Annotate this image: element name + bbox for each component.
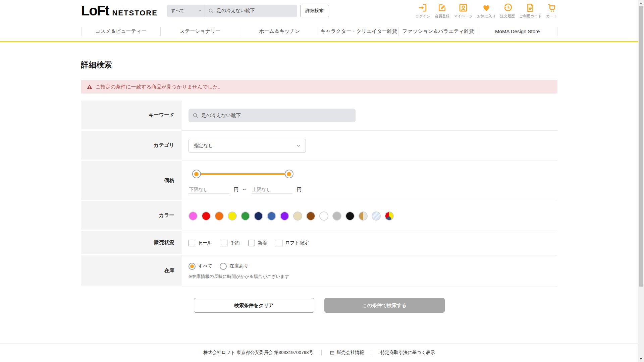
nav-item-cosme-beauty[interactable]: コスメ＆ビューティー (82, 28, 161, 35)
color-swatch-black[interactable] (345, 212, 355, 221)
slider-track (193, 173, 293, 175)
checkbox-reservation-label: 予約 (230, 240, 239, 246)
color-swatch-yellow[interactable] (228, 212, 237, 221)
logo-loft-text: LoFt (81, 4, 109, 18)
radio-all[interactable]: すべて (189, 263, 213, 270)
search-with-conditions-button[interactable]: この条件で検索する (324, 298, 445, 313)
color-swatch-brown[interactable] (306, 212, 315, 221)
nav-item-moma-design-store[interactable]: MoMA Design Store (478, 28, 557, 34)
radio-circle (220, 263, 227, 270)
scrollbar[interactable] (638, 0, 644, 362)
footer-divider (372, 350, 372, 355)
seller-info-link[interactable]: 販売会社情報 (330, 350, 364, 356)
radio-in-stock-label: 在庫あり (229, 263, 249, 269)
header-search-bar: すべて (167, 5, 297, 17)
nav-item-character-goods[interactable]: キャラクター・クリエイター雑貨 (319, 28, 398, 35)
cart-link[interactable]: カート (546, 3, 557, 19)
search-category-value: すべて (171, 8, 184, 14)
category-select[interactable]: 指定なし (189, 139, 306, 153)
form-actions: 検索条件をクリア この条件で検索する (81, 298, 557, 313)
main-navigation: コスメ＆ビューティー ステーショナリー ホーム＆キッチン キャラクター・クリエイ… (81, 21, 557, 41)
loft-netstore-logo[interactable]: LoFt NETSTORE (81, 4, 158, 18)
no-results-alert: ご指定の条件に一致する商品が見つかりませんでした。 (81, 80, 557, 94)
register-icon (437, 3, 447, 13)
search-icon (193, 113, 199, 119)
category-label: カテゴリ (81, 131, 182, 160)
header-search-input[interactable] (214, 8, 297, 13)
commerce-law-link[interactable]: 特定商取引法に基づく表示 (380, 350, 435, 356)
price-min-input[interactable] (189, 186, 229, 193)
register-label: 会員登録 (435, 14, 449, 19)
login-label: ログイン (415, 14, 430, 19)
color-label: カラー (81, 201, 182, 230)
color-swatch-clear[interactable] (372, 212, 381, 221)
category-selected-value: 指定なし (194, 143, 213, 149)
checkbox-sale[interactable]: セール (189, 240, 212, 246)
color-swatch-white[interactable] (319, 212, 328, 221)
stock-row: 在庫 すべて 在庫あり ※在庫情報の反映に時間がかかる場合がございます (81, 255, 557, 287)
detail-search-button[interactable]: 詳細検索 (300, 5, 329, 17)
radio-all-label: すべて (198, 263, 213, 269)
price-label: 価格 (81, 161, 182, 200)
clear-conditions-button[interactable]: 検索条件をクリア (194, 298, 314, 313)
cart-icon (547, 3, 557, 13)
scroll-up-arrow-icon[interactable] (640, 2, 642, 4)
checkbox-new-arrival[interactable]: 新着 (248, 240, 267, 246)
color-swatches (189, 212, 557, 221)
favorites-link[interactable]: お気に入り (477, 3, 496, 19)
page-title: 詳細検索 (81, 60, 557, 70)
guide-label: ご利用ガイド (519, 14, 542, 19)
color-swatch-blue[interactable] (267, 212, 276, 221)
color-swatch-orange[interactable] (215, 212, 224, 221)
guide-link[interactable]: ご利用ガイド (519, 3, 542, 19)
category-row: カテゴリ 指定なし (81, 131, 557, 161)
sale-status-label: 販売状況 (81, 231, 182, 254)
color-row: カラー (81, 201, 557, 231)
scrollbar-thumb[interactable] (639, 6, 643, 287)
sale-status-row: 販売状況 セール 予約 新着 (81, 231, 557, 255)
color-swatch-pink[interactable] (189, 212, 198, 221)
chevron-down-icon (198, 9, 202, 13)
history-icon (502, 3, 513, 13)
color-swatch-gray[interactable] (332, 212, 341, 221)
slider-handle-min[interactable] (192, 170, 201, 178)
checkbox-reservation[interactable]: 予約 (221, 240, 239, 246)
chevron-down-icon (296, 143, 301, 148)
scroll-down-arrow-icon[interactable] (640, 358, 642, 360)
keyword-input[interactable] (199, 113, 352, 118)
nav-item-home-kitchen[interactable]: ホーム＆キッチン (240, 28, 319, 35)
price-max-input[interactable] (252, 186, 292, 193)
color-swatch-navy[interactable] (254, 212, 263, 221)
alert-message: ご指定の条件に一致する商品が見つかりませんでした。 (96, 84, 223, 90)
nav-item-fashion-variety[interactable]: ファッション＆バラエティ雑貨 (399, 28, 478, 35)
color-swatch-red[interactable] (202, 212, 211, 221)
footer-divider (321, 350, 322, 355)
mypage-link[interactable]: マイページ (454, 3, 473, 19)
checkbox-loft-exclusive[interactable]: ロフト限定 (276, 240, 309, 246)
color-swatch-multicolor[interactable] (385, 212, 394, 221)
mypage-label: マイページ (454, 14, 473, 19)
header-quicklinks: ログイン 会員登録 マイページ (415, 3, 557, 19)
checkbox-sale-label: セール (198, 240, 212, 246)
radio-circle (189, 263, 196, 270)
register-link[interactable]: 会員登録 (435, 3, 449, 19)
favorites-label: お気に入り (477, 14, 496, 19)
slider-handle-max[interactable] (285, 170, 293, 178)
color-swatch-gold-silver[interactable] (359, 212, 368, 221)
order-history-link[interactable]: 注文履歴 (500, 3, 515, 19)
color-swatch-green[interactable] (241, 212, 250, 221)
search-category-select[interactable]: すべて (167, 5, 205, 17)
radio-in-stock[interactable]: 在庫あり (220, 263, 249, 270)
color-swatch-purple[interactable] (280, 212, 289, 221)
keyword-label: キーワード (81, 101, 182, 129)
window-icon (330, 350, 335, 355)
login-link[interactable]: ログイン (415, 3, 430, 19)
seller-info-label: 販売会社情報 (337, 350, 364, 356)
login-icon (418, 3, 428, 13)
nav-item-stationery[interactable]: ステーショナリー (161, 28, 240, 35)
checkbox-loft-exclusive-label: ロフト限定 (285, 240, 309, 246)
price-min-unit: 円 (234, 186, 239, 193)
site-footer: 株式会社ロフト 東京都公安委員会 第303319700768号 販売会社情報 特… (0, 344, 638, 361)
color-swatch-beige[interactable] (293, 212, 302, 221)
cart-label: カート (546, 14, 557, 19)
